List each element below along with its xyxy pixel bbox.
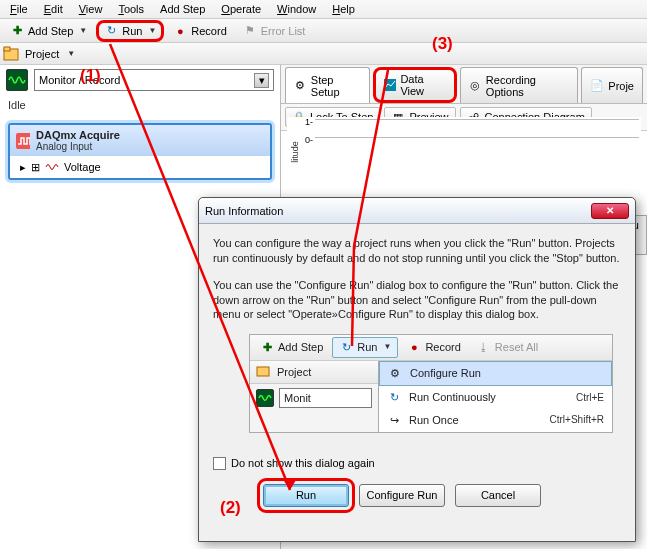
menubar: File Edit View Tools Add Step Operate Wi… [0,0,647,19]
checkbox-label: Do not show this dialog again [231,457,375,469]
project-icon [256,364,272,380]
menu-view[interactable]: View [71,1,111,17]
run-dialog-button[interactable]: Run [263,484,349,507]
run-once-icon: ↪ [387,413,401,427]
menu-run-once: ↪ Run Once Ctrl+Shift+R [379,409,612,432]
run-info-dialog: Run Information ✕ You can configure the … [198,197,636,542]
daq-subtitle: Analog Input [36,141,120,152]
plus-icon: ✚ [260,341,274,355]
cancel-button[interactable]: Cancel [455,484,541,507]
daq-title: DAQmx Acquire [36,129,120,141]
main-toolbar: ✚ Add Step ▼ ↻ Run ▼ ● Record ⚑ Error Li… [0,19,647,43]
dropdown-arrow-icon[interactable]: ▼ [67,49,75,58]
project-icon [3,46,19,62]
tick-0: 0- [305,135,313,145]
demo-run: ↻ Run ▼ [332,337,398,358]
demo-toolbar: ✚ Add Step ↻ Run ▼ ● Record ⭳ Reset All [249,334,613,432]
tab-recording[interactable]: ◎ Recording Options [460,67,578,103]
y-axis-label: litude [290,141,300,163]
project-label: Project [25,48,59,60]
menu-window[interactable]: Window [269,1,324,17]
monitor-icon [256,389,274,407]
dialog-title: Run Information [205,205,283,217]
checkbox[interactable] [213,457,226,470]
chevron-down-icon: ▾ [254,73,269,88]
status-text: Idle [0,95,280,115]
menu-configure-run: ⚙ Configure Run [379,361,612,386]
demo-add-step: ✚ Add Step [253,337,330,358]
menu-run-continuously: ↻ Run Continuously Ctrl+E [379,386,612,409]
doc-icon: 📄 [590,79,604,93]
tab-step-setup[interactable]: ⚙ Step Setup [285,67,370,103]
menu-add-step[interactable]: Add Step [152,1,213,17]
run-icon: ↻ [104,24,118,38]
dialog-buttons: Run Configure Run Cancel [249,478,635,517]
signal-icon [45,160,59,174]
add-step-label: Add Step [28,25,73,37]
daq-child-row[interactable]: ▸ ⊞ Voltage [10,156,270,178]
dropdown-arrow-icon: ▼ [79,26,87,35]
run-button[interactable]: ↻ Run ▼ [96,20,164,42]
close-button[interactable]: ✕ [591,203,629,219]
daq-child-label: Voltage [64,161,101,173]
error-list-label: Error List [261,25,306,37]
menu-help[interactable]: Help [324,1,363,17]
dont-show-row[interactable]: Do not show this dialog again [199,449,635,478]
record-icon: ● [173,24,187,38]
demo-dropdown-menu: ⚙ Configure Run ↻ Run Continuously Ctrl+… [378,361,612,432]
annotation-2: (2) [220,498,241,518]
annotation-3: (3) [432,34,453,54]
menu-edit[interactable]: Edit [36,1,71,17]
add-step-button[interactable]: ✚ Add Step ▼ [3,21,94,41]
tab-project[interactable]: 📄 Proje [581,67,643,103]
run-label: Run [122,25,142,37]
run-icon: ↻ [339,341,353,355]
dialog-p1: You can configure the way a project runs… [213,236,621,266]
daq-step[interactable]: DAQmx Acquire Analog Input ▸ ⊞ Voltage [8,123,272,180]
configure-run-button[interactable]: Configure Run [359,484,445,507]
menu-operate[interactable]: Operate [213,1,269,17]
annotation-1: (1) [80,66,101,86]
tick-1: 1- [305,117,313,127]
gear-icon: ⚙ [388,366,402,380]
demo-reset: ⭳ Reset All [470,337,545,358]
chart-icon [384,78,397,92]
dialog-p2: You can use the "Configure Run" dialog b… [213,278,621,323]
error-list-button[interactable]: ⚑ Error List [236,21,313,41]
dialog-body: You can configure the way a project runs… [199,224,635,449]
run-icon: ↻ [387,390,401,404]
menu-tools[interactable]: Tools [110,1,152,17]
dropdown-arrow-icon: ▼ [148,26,156,35]
demo-record: ● Record [400,337,467,358]
dropdown-arrow-icon: ▼ [383,342,391,353]
svg-rect-1 [4,47,10,51]
dialog-titlebar[interactable]: Run Information ✕ [199,198,635,224]
tree-arrow-icon[interactable]: ▸ [20,161,26,174]
plus-icon: ✚ [10,24,24,38]
mode-combo[interactable]: Monitor / Record ▾ [34,69,274,91]
demo-monitor: Monit [250,384,378,412]
daq-icon [16,134,30,148]
record-button[interactable]: ● Record [166,21,233,41]
demo-project: Project [250,361,378,384]
record-label: Record [191,25,226,37]
tab-data-view[interactable]: Data View [373,67,457,103]
monitor-icon[interactable] [6,69,28,91]
svg-rect-4 [257,367,269,376]
record-icon: ● [407,341,421,355]
tab-strip: ⚙ Step Setup Data View ◎ Recording Optio… [281,65,647,104]
error-icon: ⚑ [243,24,257,38]
menu-file[interactable]: File [2,1,36,17]
reset-icon: ⭳ [477,341,491,355]
daq-header: DAQmx Acquire Analog Input [10,125,270,156]
project-bar: Project ▼ [0,43,647,65]
expand-icon[interactable]: ⊞ [31,161,40,174]
gear-icon: ⚙ [294,79,307,93]
svg-rect-2 [16,133,30,149]
tape-icon: ◎ [469,79,482,93]
